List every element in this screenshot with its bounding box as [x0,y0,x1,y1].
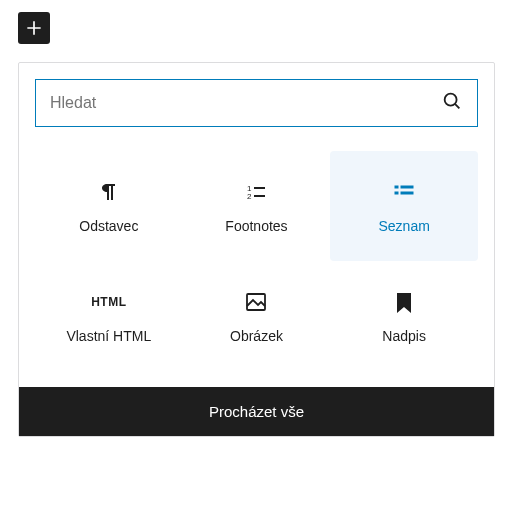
search-input[interactable] [50,94,441,112]
svg-rect-8 [395,192,398,194]
block-inserter-panel: Odstavec 12 Footnotes Seznam HTML Vlastn… [18,62,495,437]
list-icon [390,178,418,206]
block-list[interactable]: Seznam [330,151,478,261]
block-image[interactable]: Obrázek [183,261,331,371]
plus-icon [24,18,44,38]
block-label: Seznam [378,218,429,234]
blocks-grid: Odstavec 12 Footnotes Seznam HTML Vlastn… [19,143,494,387]
html-icon: HTML [95,288,123,316]
block-label: Vlastní HTML [66,328,151,344]
block-label: Odstavec [79,218,138,234]
block-footnotes[interactable]: 12 Footnotes [183,151,331,261]
image-icon [242,288,270,316]
add-block-button[interactable] [18,12,50,44]
browse-all-button[interactable]: Procházet vše [19,387,494,436]
block-paragraph[interactable]: Odstavec [35,151,183,261]
footnotes-icon: 12 [242,178,270,206]
block-label: Footnotes [225,218,287,234]
heading-icon [390,288,418,316]
svg-line-1 [455,104,459,108]
search-field[interactable] [35,79,478,127]
block-custom-html[interactable]: HTML Vlastní HTML [35,261,183,371]
search-icon [441,90,463,116]
search-wrap [19,63,494,143]
svg-rect-7 [401,186,413,188]
svg-rect-5 [254,195,265,197]
svg-rect-9 [401,192,413,194]
svg-rect-6 [395,186,398,188]
svg-rect-3 [254,187,265,189]
block-label: Nadpis [382,328,426,344]
svg-point-0 [445,94,457,106]
block-label: Obrázek [230,328,283,344]
paragraph-icon [95,178,123,206]
svg-text:2: 2 [247,192,252,201]
block-heading[interactable]: Nadpis [330,261,478,371]
